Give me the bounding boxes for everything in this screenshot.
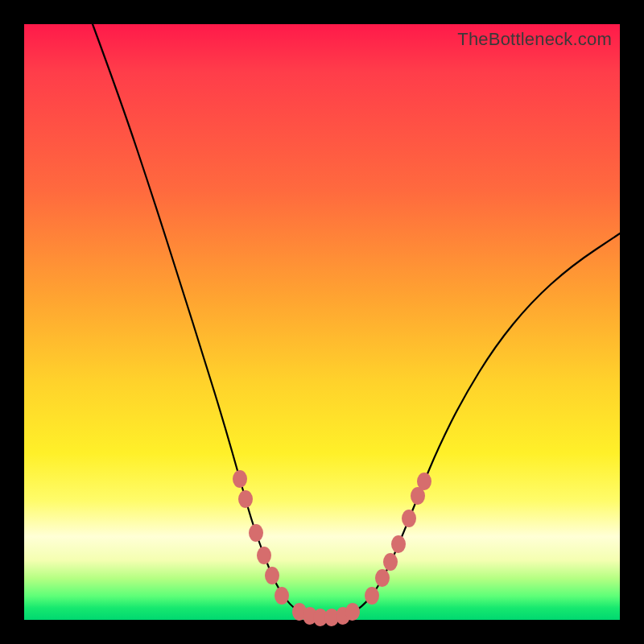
data-marker bbox=[345, 603, 360, 621]
data-marker bbox=[257, 547, 271, 564]
marker-group bbox=[233, 470, 431, 626]
data-marker bbox=[383, 553, 398, 571]
data-marker bbox=[365, 587, 379, 605]
data-marker bbox=[265, 567, 279, 584]
data-marker bbox=[417, 473, 431, 490]
data-marker bbox=[249, 524, 263, 542]
curve-svg bbox=[24, 24, 620, 620]
data-marker bbox=[275, 587, 289, 605]
data-marker bbox=[233, 470, 247, 488]
data-marker bbox=[238, 490, 253, 508]
bottleneck-curve bbox=[93, 24, 620, 617]
data-marker bbox=[375, 569, 390, 587]
data-marker bbox=[391, 535, 406, 553]
plot-area: TheBottleneck.com bbox=[24, 24, 620, 620]
data-marker bbox=[402, 510, 416, 527]
chart-frame: TheBottleneck.com bbox=[0, 0, 644, 644]
